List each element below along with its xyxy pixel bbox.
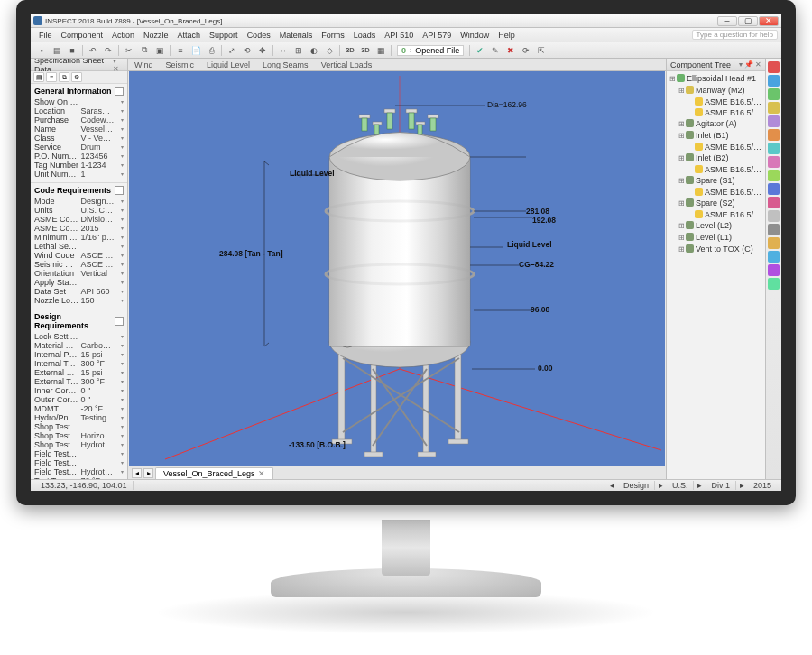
dropdown-icon[interactable]: ▾	[115, 269, 124, 276]
dropdown-icon[interactable]: ▾	[115, 476, 124, 479]
menu-component[interactable]: Component	[57, 30, 108, 41]
expand-icon[interactable]: ⊞	[678, 86, 686, 97]
section-toggle[interactable]	[115, 186, 124, 195]
property-row[interactable]: Show On Repo…▾	[34, 97, 124, 106]
toolbar-pan-icon[interactable]: ✥	[255, 44, 270, 57]
toolbar-save-icon[interactable]: ■	[65, 44, 79, 57]
menu-loads[interactable]: Loads	[349, 30, 381, 41]
property-row[interactable]: Shop Test New Ori…Horizon…▾	[34, 431, 124, 440]
tab-wind[interactable]: Wind	[128, 59, 160, 70]
dropdown-icon[interactable]: ▾	[115, 359, 124, 366]
doctab-prev[interactable]: ◂	[132, 468, 142, 478]
dropdown-icon[interactable]: ▾	[115, 395, 124, 402]
dropdown-icon[interactable]: ▾	[115, 97, 124, 105]
property-row[interactable]: PurchaseCodeware▾	[34, 115, 124, 125]
property-row[interactable]: Tag Number1-1234▾	[34, 161, 124, 170]
toolbar-3d-icon[interactable]: 3D	[343, 44, 357, 57]
component-tree[interactable]: ⊞Ellipsoidal Head #1⊞Manway (M2)ASME B16…	[667, 71, 765, 257]
property-row[interactable]: Apply Standard…▾	[34, 278, 124, 287]
toolcol-icon-6[interactable]	[768, 143, 780, 154]
property-row[interactable]: UnitsU.S. Customar…▾	[34, 206, 124, 215]
dropdown-icon[interactable]: ▾	[115, 125, 124, 132]
tab-long-seams[interactable]: Long Seams	[256, 59, 315, 70]
tree-node[interactable]: ASME B16.5/16.47	[669, 209, 763, 220]
property-row[interactable]: LocationSarasota, FL▾	[34, 106, 124, 115]
panel-btn-2[interactable]: ≡	[46, 72, 57, 82]
toolbar-wire-icon[interactable]: ◇	[322, 44, 337, 57]
property-row[interactable]: Material SchemeCarbon…▾	[34, 341, 124, 350]
dropdown-icon[interactable]: ▾	[115, 278, 124, 285]
tree-node[interactable]: ASME B16.5/16.47	[669, 142, 763, 152]
property-row[interactable]: P.O. Number123456▾	[34, 152, 124, 161]
tree-node[interactable]: ⊞Ellipsoidal Head #1	[669, 73, 763, 85]
menu-nozzle[interactable]: Nozzle	[139, 30, 173, 41]
tree-node[interactable]: ⊞Agitator (A)	[669, 118, 763, 130]
property-row[interactable]: Test Temperature70 °F▾	[34, 476, 124, 479]
menu-attach[interactable]: Attach	[173, 30, 206, 41]
minimize-button[interactable]: –	[717, 16, 737, 26]
toolcol-icon-0[interactable]	[768, 61, 780, 73]
dropdown-icon[interactable]: ▾	[115, 134, 124, 141]
toolbar-new-icon[interactable]: ▫	[34, 44, 49, 57]
tree-node[interactable]: ASME B16.5/16.47	[669, 164, 763, 175]
dropdown-icon[interactable]: ▾	[115, 377, 124, 384]
tree-node[interactable]: ⊞Vent to TOX (C)	[669, 244, 763, 255]
dropdown-icon[interactable]: ▾	[115, 143, 124, 150]
close-icon[interactable]: ✕	[258, 469, 265, 478]
property-row[interactable]: Shop Test New Te…Hydrot…▾	[34, 440, 124, 449]
tree-node[interactable]: ⊞Manway (M2)	[669, 85, 763, 97]
expand-icon[interactable]: ⊞	[678, 131, 686, 142]
property-row[interactable]: OrientationVertical▾	[34, 269, 124, 278]
status-nav-prev[interactable]: ◂	[606, 481, 618, 490]
dropdown-icon[interactable]: ▾	[115, 152, 124, 159]
toolbar-shade-icon[interactable]: ◐	[307, 44, 321, 57]
dropdown-icon[interactable]: ▾	[115, 467, 124, 475]
tree-node[interactable]: ⊞Level (L2)	[669, 220, 763, 232]
expand-icon[interactable]: ⊞	[678, 119, 686, 130]
expand-icon[interactable]: ⊞	[678, 221, 686, 232]
menu-api510[interactable]: API 510	[380, 30, 418, 41]
menu-window[interactable]: Window	[456, 30, 494, 41]
dropdown-icon[interactable]: ▾	[115, 197, 124, 204]
expand-icon[interactable]: ⊞	[678, 244, 686, 255]
tab-vertical-loads[interactable]: Vertical Loads	[315, 59, 379, 70]
toolbar-print-icon[interactable]: ⎙	[204, 44, 218, 57]
property-row[interactable]: Nozzle Load Cl…150▾	[34, 296, 124, 305]
dropdown-icon[interactable]: ▾	[115, 106, 124, 114]
property-row[interactable]: MDMT-20 °F▾	[34, 404, 124, 413]
property-row[interactable]: Field Test Corroded…Hydrot…▾	[34, 467, 124, 476]
toolcol-icon-16[interactable]	[768, 278, 780, 290]
status-nav-next3[interactable]: ▸	[736, 481, 748, 490]
toolbar-dim-icon[interactable]: ↔	[276, 44, 291, 57]
property-row[interactable]: ClassV - Vessel▾	[34, 134, 124, 143]
expand-icon[interactable]: ⊞	[678, 176, 686, 187]
tree-node[interactable]: ⊞Level (L1)	[669, 232, 763, 244]
pin-icon[interactable]: ▾ 📌 ✕	[739, 60, 761, 69]
toolcol-icon-14[interactable]	[768, 251, 780, 263]
status-units[interactable]: U.S.	[667, 481, 695, 490]
doctab-next[interactable]: ▸	[143, 468, 153, 478]
toolbar-report-icon[interactable]: 📄	[189, 44, 203, 57]
property-row[interactable]: Data SetAPI 660▾	[34, 287, 124, 296]
dropdown-icon[interactable]: ▾	[115, 161, 124, 168]
dropdown-icon[interactable]: ▾	[115, 115, 124, 123]
property-row[interactable]: Lethal Service/…▾	[34, 242, 124, 251]
section-toggle[interactable]	[115, 87, 124, 96]
toolcol-icon-3[interactable]	[768, 102, 780, 114]
status-division[interactable]: Div 1	[706, 481, 736, 490]
toolbar-grid-icon[interactable]: ⊞	[291, 44, 306, 57]
property-row[interactable]: Field Test New▾	[34, 449, 124, 458]
expand-icon[interactable]: ⊞	[678, 233, 686, 244]
dropdown-icon[interactable]: ▾	[115, 296, 124, 303]
menu-action[interactable]: Action	[107, 30, 139, 41]
toolcol-icon-4[interactable]	[768, 115, 780, 127]
toolcol-icon-13[interactable]	[768, 237, 780, 249]
toolbar-3d-alt-icon[interactable]: 3D	[358, 44, 373, 57]
document-tab[interactable]: Vessel_On_Braced_Legs ✕	[155, 467, 273, 479]
status-nav-next2[interactable]: ▸	[694, 481, 706, 490]
section-toggle[interactable]	[115, 317, 124, 326]
toolcol-icon-10[interactable]	[768, 197, 780, 208]
menu-help[interactable]: Help	[494, 30, 520, 41]
property-row[interactable]: ModeDesign Mode▾	[34, 197, 124, 206]
toolbar-cut-icon[interactable]: ✂	[122, 44, 136, 57]
